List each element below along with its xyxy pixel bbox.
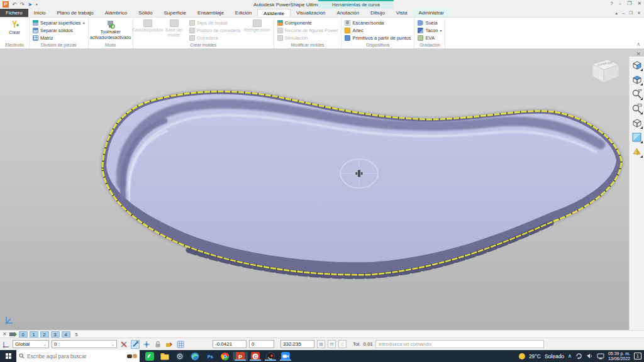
simulacion-button[interactable]: Simulación [276,35,340,41]
start-button[interactable] [0,350,16,362]
taskbar-clock[interactable]: 05:39 p. m. 13/06/2022 [608,351,630,361]
tab-alambrico[interactable]: Alámbrico [99,9,133,17]
zoom-box-button[interactable] [631,102,643,114]
level-button-1[interactable]: 1 [30,331,38,337]
tray-expand-icon[interactable]: ∧ [568,353,572,359]
wcs-select[interactable]: Global⌄ [13,340,49,348]
level-select[interactable]: 0 :⌄ [52,340,117,348]
chrome-icon[interactable] [218,352,233,361]
sole-model[interactable] [0,49,644,330]
volume-icon[interactable] [586,353,593,359]
tab-anotacion[interactable]: Anotación [331,9,365,17]
recorte-figuras-power-button[interactable]: Recorte de figuras Power [276,27,340,34]
separar-solidos-button[interactable]: Separar sólidos [31,27,86,34]
toolmaker-toggle-button[interactable]: Toolmaker activado/desactivado [91,19,131,40]
restore-button[interactable]: ❐ [627,1,631,6]
tab-dibujo[interactable]: Dibujo [365,9,391,17]
level-button-5[interactable]: 5 [72,331,81,337]
top-view-button[interactable] [631,74,643,85]
obs-icon[interactable] [263,352,278,361]
intelligent-cursor-icon[interactable] [119,340,128,349]
action-center-icon[interactable]: 1 [634,353,641,359]
clipboard-panel-icon[interactable]: ▤ [328,340,336,348]
matriz-button[interactable]: Matriz [31,35,86,41]
ruler-panel-icon[interactable]: ▯ [338,340,347,348]
close-button[interactable]: ✕ [637,1,641,6]
level-edit-icon[interactable] [9,331,17,337]
tab-fichero[interactable]: Fichero [0,9,28,17]
tab-inicio[interactable]: Inicio [28,9,52,17]
app-logo-icon[interactable]: P [3,1,9,8]
green-app-icon[interactable] [142,352,157,361]
level-button-4[interactable]: 4 [62,331,70,337]
tacon-button[interactable]: Tacón▾ [416,27,443,34]
coord-x-input[interactable] [213,340,247,348]
doc-restore-icon[interactable]: ❐ [629,11,633,16]
tab-superficie[interactable]: Superficie [158,9,192,17]
ribbon-collapse-icon[interactable]: ∧ [636,41,640,47]
componente-button[interactable]: Componente [276,19,340,26]
camtasia-icon[interactable]: C [248,352,263,361]
undo-icon[interactable]: ↶ [12,1,17,8]
network-icon[interactable] [597,353,604,359]
view-cube[interactable]: SUPERIOR [585,55,623,88]
edge-icon[interactable] [187,352,203,361]
tab-edicion[interactable]: Edición [230,9,257,17]
levels-close-icon[interactable]: ✕ [3,331,7,337]
cavidad-postizo-button[interactable]: Cavidad/postizo [135,19,160,33]
tab-solido[interactable]: Sólido [133,9,158,17]
file-explorer-icon[interactable] [157,352,172,361]
level-button-3[interactable]: 3 [51,331,60,337]
doc-minimize-icon[interactable]: – [622,11,625,15]
artec-button[interactable]: Artec [343,27,412,34]
tab-plano-de-trabajo[interactable]: Plano de trabajo [51,9,99,17]
help-button[interactable]: ? [610,1,613,6]
weather-sun-icon[interactable] [519,353,525,359]
minimize-button[interactable]: – [619,1,621,6]
sync-tray-icon[interactable] [575,353,582,359]
eva-button[interactable]: EVA [416,35,443,41]
grid-toggle-icon[interactable] [176,340,185,349]
escaner-sonda-button[interactable]: Escáner/sonda [343,19,412,26]
level-button-2[interactable]: 2 [40,331,49,337]
powershape-taskbar-icon[interactable]: P [233,352,248,361]
crear-electrodo-button[interactable]: Crear [2,19,27,35]
tab-administrar[interactable]: Administrar [413,9,449,17]
redo-icon[interactable]: ↷ [20,1,25,8]
taskbar-search[interactable] [16,350,140,362]
viewport-canvas[interactable]: SUPERIOR ✕ [0,49,644,330]
iso-view-button[interactable] [631,59,643,71]
photoshop-icon[interactable]: Ps [203,352,218,361]
tapa-de-molde-button[interactable]: Tapa de molde [188,19,242,26]
drag-axis-icon[interactable] [142,340,151,349]
base-del-molde-button[interactable]: Base del molde [162,19,187,38]
postizo-de-corredera-button[interactable]: Postizo de corredera [188,27,242,34]
separar-superficies-button[interactable]: Separar superficies▾ [31,19,86,26]
corredera-button[interactable]: Corredera [188,35,242,41]
zoom-extents-button[interactable] [631,88,643,100]
select-cursor-icon[interactable]: ➤ [28,1,33,8]
tolerance-value[interactable]: 0.01 [363,341,373,347]
doc-restore-up-icon[interactable]: ▴ [615,11,618,16]
qat-dropdown-icon[interactable]: ▾ [36,1,38,8]
primitivos-puntos-button[interactable]: Primitivos a partir de puntos [343,35,412,41]
tab-asistente[interactable]: Asistente [257,9,291,17]
snap-toggle-icon[interactable] [131,340,140,349]
pyramid-tool-button[interactable] [631,146,643,158]
refrigeracion-button[interactable]: Refrigeración [243,19,272,33]
position-panel-icon[interactable]: ▦ [317,340,325,348]
doc-close-icon[interactable]: ✕ [637,11,641,16]
coord-y-input[interactable] [249,340,274,348]
viewport-close-icon[interactable]: ✕ [636,51,641,57]
search-input[interactable] [27,353,125,359]
tab-ensamblaje[interactable]: Ensamblaje [192,9,230,17]
suela-button[interactable]: Suela [416,19,443,26]
zoom-icon[interactable] [278,352,293,361]
draw-mode-icon[interactable] [165,340,174,349]
camera-app-icon[interactable] [172,352,187,361]
coord-z-input[interactable] [280,340,314,348]
level-button-0[interactable]: 0 [19,331,28,337]
weather-temp[interactable]: 29°C [529,353,541,359]
shaded-view-button[interactable] [631,131,643,143]
weather-desc[interactable]: Soleado [545,353,564,359]
